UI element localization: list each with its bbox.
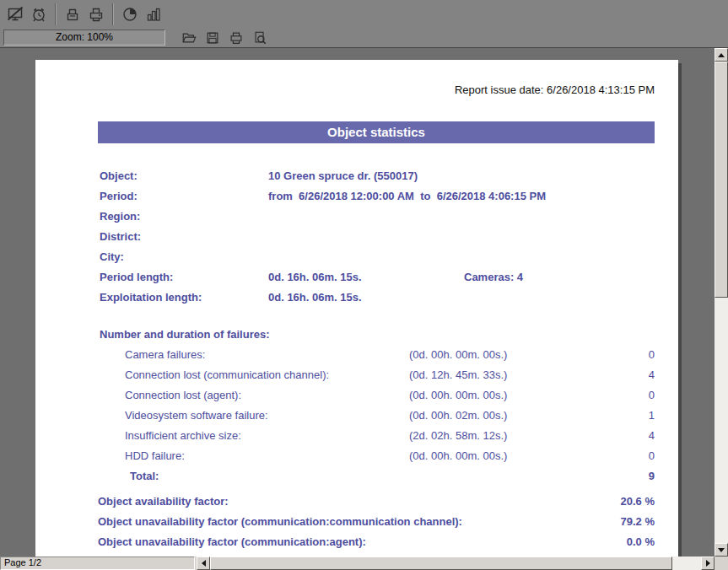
failure-count: 1 [649, 406, 655, 426]
factor-value: 20.6 % [621, 492, 655, 512]
save-icon[interactable] [201, 27, 224, 49]
field-row-city: City: [35, 247, 678, 267]
field-label: City: [100, 247, 124, 267]
left-arrow-icon [202, 560, 206, 567]
failure-duration: (0d. 12h. 45m. 33s.) [409, 365, 507, 385]
factor-row: Object availability factor: 20.6 % [35, 492, 678, 512]
field-row-period-length: Period length: 0d. 16h. 06m. 15s. Camera… [35, 267, 678, 288]
failure-row: Connection lost (communication channel):… [35, 365, 678, 385]
up-arrow-icon [718, 53, 725, 57]
factor-value: 0.0 % [627, 532, 655, 552]
receipt-printer-icon[interactable] [84, 3, 108, 25]
failure-label: Connection lost (agent): [125, 385, 241, 406]
horizontal-scrollbar[interactable] [197, 557, 715, 570]
scroll-right-button[interactable] [701, 557, 715, 570]
failure-count: 4 [649, 426, 655, 446]
right-arrow-icon [706, 560, 710, 567]
factor-value: 79.2 % [621, 512, 655, 532]
timer-icon[interactable] [118, 3, 142, 25]
preview-area: Report issue date: 6/26/2018 4:13:15 PM … [0, 47, 715, 557]
page-indicator: Page 1/2 [0, 557, 195, 570]
field-label: Region: [100, 207, 140, 227]
preview-toolbar: Zoom: 100% [0, 28, 728, 47]
failure-label: HDD failure: [125, 446, 185, 466]
failure-row: Camera failures: (0d. 00h. 00m. 00s.) 0 [35, 345, 678, 365]
failure-label: Videosystem software failure: [125, 406, 268, 426]
field-label: Period length: [100, 267, 173, 288]
field-label: Period: [100, 186, 138, 207]
failure-count: 0 [649, 345, 655, 365]
alarm-clock-icon[interactable] [27, 3, 51, 25]
factor-label: Object availability factor: [98, 492, 229, 512]
report-issue-date: Report issue date: 6/26/2018 4:13:15 PM [35, 83, 655, 97]
toolbar-separator [112, 3, 114, 25]
down-arrow-icon [718, 548, 725, 552]
field-row-exploitation-length: Exploitation length: 0d. 16h. 06m. 15s. [35, 288, 678, 308]
failure-count: 4 [649, 365, 655, 385]
report-fields: Object: 10 Green spruce dr. (550017) Per… [35, 166, 678, 308]
horizontal-scroll-thumb[interactable] [210, 557, 672, 570]
failure-duration: (0d. 00h. 00m. 00s.) [409, 446, 507, 466]
failures-heading: Number and duration of failures: [35, 325, 678, 345]
report-viewer-window: Zoom: 100% Report issue date: 6/26/2018 … [0, 0, 728, 570]
failures-table: Camera failures: (0d. 00h. 00m. 00s.) 0 … [35, 345, 678, 487]
status-bar: Page 1/2 [0, 557, 728, 570]
failure-count: 0 [649, 385, 655, 406]
failure-row: Insufficient archive size: (2d. 02h. 58m… [35, 426, 678, 446]
print-preview-icon[interactable] [248, 27, 272, 49]
failure-duration: (0d. 00h. 02m. 00s.) [409, 406, 507, 426]
field-value: 10 Green spruce dr. (550017) [268, 166, 418, 186]
display-off-icon[interactable] [3, 3, 27, 25]
total-value: 9 [649, 466, 655, 487]
factors-section: Object availability factor: 20.6 % Objec… [35, 492, 678, 557]
cameras-count: Cameras: 4 [464, 267, 523, 288]
factor-label: Object unavailability factor (communicat… [98, 532, 366, 552]
factor-row: Object unavailability factor (communicat… [35, 512, 678, 532]
field-row-period: Period: from 6/26/2018 12:00:00 AM to 6/… [35, 186, 678, 207]
failure-duration: (0d. 00h. 00m. 00s.) [409, 345, 507, 365]
pos-terminal-icon[interactable] [61, 3, 84, 25]
total-label: Total: [130, 466, 159, 487]
open-folder-icon[interactable] [177, 27, 201, 49]
vertical-scrollbar[interactable] [715, 47, 728, 557]
failure-duration: (0d. 00h. 00m. 00s.) [409, 385, 507, 406]
field-value: 0d. 16h. 06m. 15s. [268, 288, 362, 308]
field-label: Exploitation length: [100, 288, 202, 308]
field-row-object: Object: 10 Green spruce dr. (550017) [35, 166, 678, 186]
field-label: Object: [100, 166, 138, 186]
scroll-down-button[interactable] [715, 543, 728, 557]
failure-row: Videosystem software failure: (0d. 00h. … [35, 406, 678, 426]
field-value: from 6/26/2018 12:00:00 AM to 6/26/2018 … [268, 186, 546, 207]
factor-row: Object unavailability factor (communicat… [35, 532, 678, 552]
main-toolbar [0, 0, 728, 28]
scroll-up-button[interactable] [715, 48, 728, 62]
failure-label: Camera failures: [125, 345, 205, 365]
field-label: District: [100, 227, 141, 247]
failure-row: HDD failure: (0d. 00h. 00m. 00s.) 0 [35, 446, 678, 466]
failure-count: 0 [649, 446, 655, 466]
factor-label: Object unavailability factor (communicat… [98, 512, 462, 532]
toolbar-area: Zoom: 100% [0, 0, 728, 47]
report-page: Report issue date: 6/26/2018 4:13:15 PM … [35, 60, 678, 557]
zoom-indicator[interactable]: Zoom: 100% [3, 30, 165, 46]
toolbar-separator [55, 3, 57, 25]
failure-duration: (2d. 02h. 58m. 12s.) [409, 426, 507, 446]
failures-total-row: Total: 9 [35, 466, 678, 487]
field-value: 0d. 16h. 06m. 15s. [268, 267, 362, 288]
failure-row: Connection lost (agent): (0d. 00h. 00m. … [35, 385, 678, 406]
failure-label: Connection lost (communication channel): [125, 365, 329, 385]
print-icon[interactable] [224, 27, 248, 49]
report-title: Object statistics [98, 121, 655, 143]
field-row-district: District: [35, 227, 678, 247]
scrollbar-corner [715, 557, 728, 570]
scroll-left-button[interactable] [197, 557, 210, 570]
vertical-scroll-thumb[interactable] [715, 62, 728, 298]
failure-label: Insufficient archive size: [125, 426, 241, 446]
bar-chart-icon[interactable] [142, 3, 165, 25]
field-row-region: Region: [35, 207, 678, 227]
